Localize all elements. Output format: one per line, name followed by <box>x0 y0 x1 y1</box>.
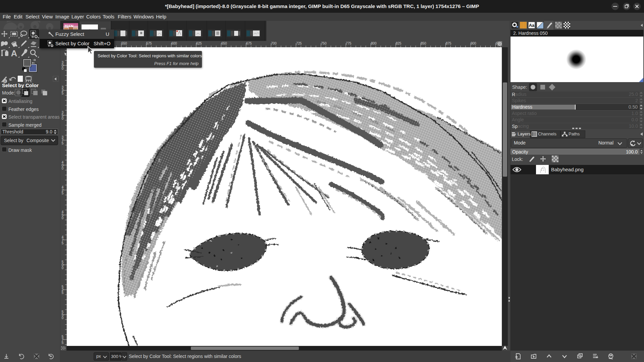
svg-text:Aa: Aa <box>529 23 535 28</box>
svg-text:A: A <box>11 48 17 58</box>
